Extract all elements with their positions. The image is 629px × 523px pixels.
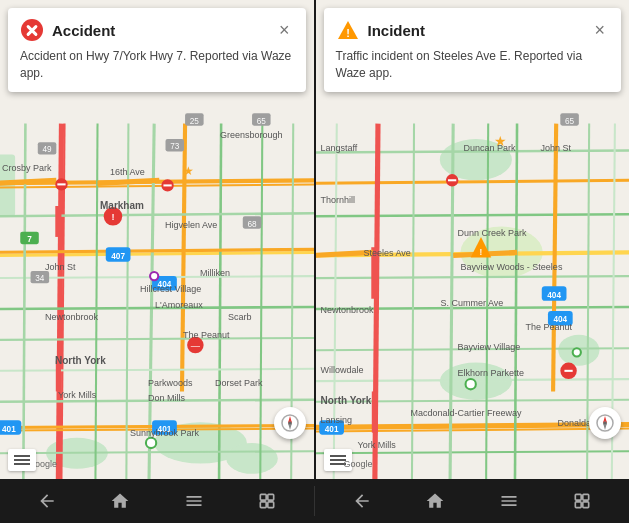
svg-text:407: 407	[111, 252, 125, 261]
nav-back-left[interactable]	[29, 483, 65, 519]
accident-icon	[20, 18, 44, 42]
svg-text:65: 65	[257, 117, 267, 126]
svg-text:401: 401	[158, 425, 172, 434]
incident-close-button[interactable]: ×	[590, 19, 609, 41]
svg-text:404: 404	[158, 280, 172, 289]
accident-title: Accident	[52, 22, 275, 39]
svg-text:—: —	[191, 341, 201, 351]
svg-text:65: 65	[564, 117, 574, 126]
nav-home-left[interactable]	[102, 483, 138, 519]
map-menu-left[interactable]	[8, 449, 36, 471]
svg-rect-127	[583, 494, 589, 500]
nav-bar	[0, 479, 629, 523]
svg-text:404: 404	[547, 291, 561, 300]
incident-title: Incident	[368, 22, 591, 39]
compass-icon-left	[281, 414, 299, 432]
svg-line-76	[316, 424, 630, 427]
incident-info-card: ! Incident × Traffic incident on Steeles…	[324, 8, 622, 92]
svg-rect-126	[576, 494, 582, 500]
compass-icon-right	[596, 414, 614, 432]
incident-icon: !	[336, 18, 360, 42]
svg-text:49: 49	[42, 145, 52, 154]
svg-rect-124	[261, 502, 267, 508]
svg-line-44	[0, 180, 56, 183]
hamburger-icon-left	[184, 491, 204, 511]
svg-rect-125	[268, 502, 274, 508]
svg-text:7: 7	[27, 235, 32, 244]
accident-map-panel: 407 404 7 401 401 !	[0, 0, 314, 479]
nav-recent-right[interactable]	[564, 483, 600, 519]
compass-button-left[interactable]	[274, 407, 306, 439]
incident-body: Traffic incident on Steeles Ave E. Repor…	[336, 48, 610, 82]
svg-point-114	[465, 379, 475, 389]
svg-rect-129	[583, 502, 589, 508]
google-logo-right: Google	[344, 459, 373, 469]
nav-menu-right[interactable]	[491, 483, 527, 519]
nav-left	[0, 479, 314, 523]
warning-triangle-icon: !	[337, 20, 359, 40]
svg-rect-123	[268, 494, 274, 500]
accident-body: Accident on Hwy 7/York Hwy 7. Reported v…	[20, 48, 294, 82]
svg-text:!: !	[111, 212, 114, 222]
svg-point-4	[226, 443, 278, 474]
svg-text:73: 73	[170, 142, 180, 151]
svg-text:★: ★	[183, 164, 194, 178]
svg-text:401: 401	[324, 425, 338, 434]
svg-line-97	[316, 252, 373, 255]
menu-line	[14, 455, 30, 457]
compass-button-right[interactable]	[589, 407, 621, 439]
svg-text:!: !	[479, 248, 482, 257]
svg-text:404: 404	[553, 315, 567, 324]
svg-line-45	[98, 180, 160, 183]
home-icon-left	[110, 491, 130, 511]
nav-back-right[interactable]	[344, 483, 380, 519]
accident-icon-shape	[21, 19, 43, 41]
back-arrow-icon-left	[37, 491, 57, 511]
accident-close-button[interactable]: ×	[275, 19, 294, 41]
svg-rect-128	[576, 502, 582, 508]
menu-line	[14, 459, 30, 461]
hamburger-icon-right	[499, 491, 519, 511]
accident-info-card: Accident × Accident on Hwy 7/York Hwy 7.…	[8, 8, 306, 92]
menu-line-r1	[330, 455, 346, 457]
maps-container: 407 404 7 401 401 !	[0, 0, 629, 479]
svg-point-39	[150, 272, 158, 280]
menu-line	[14, 463, 30, 465]
accident-card-header: Accident ×	[20, 18, 294, 42]
home-icon-right	[425, 491, 445, 511]
svg-text:25: 25	[190, 117, 200, 126]
svg-text:34: 34	[35, 274, 45, 283]
nav-home-right[interactable]	[417, 483, 453, 519]
svg-point-115	[572, 348, 580, 356]
incident-map-panel: ! 404 404 401 ★ 65 La	[314, 0, 630, 479]
nav-menu-left[interactable]	[176, 483, 212, 519]
incident-card-header: ! Incident ×	[336, 18, 610, 42]
recent-apps-icon-right	[572, 491, 592, 511]
nav-recent-left[interactable]	[249, 483, 285, 519]
back-arrow-icon-right	[352, 491, 372, 511]
svg-point-38	[146, 438, 156, 448]
recent-apps-icon-left	[257, 491, 277, 511]
svg-text:401: 401	[2, 425, 16, 434]
svg-rect-122	[261, 494, 267, 500]
svg-text:!: !	[346, 27, 350, 39]
svg-text:★: ★	[494, 133, 507, 149]
nav-right	[315, 479, 629, 523]
svg-text:68: 68	[247, 220, 257, 229]
